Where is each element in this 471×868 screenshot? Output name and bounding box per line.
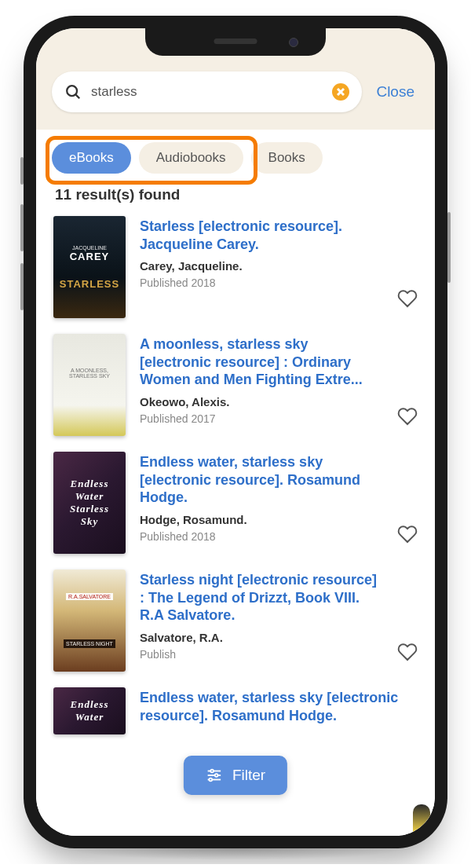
- heart-icon: [397, 524, 418, 544]
- result-title[interactable]: Endless water, starless sky [electronic …: [140, 453, 383, 507]
- book-cover: Endless Water: [53, 687, 126, 734]
- result-author: Hodge, Rosamund.: [140, 513, 383, 526]
- heart-icon: [397, 406, 418, 427]
- book-cover: R.A.SALVATORE STARLESS NIGHT: [53, 570, 126, 672]
- result-author: Okeowo, Alexis.: [140, 395, 383, 408]
- heart-icon: [397, 642, 418, 662]
- svg-point-7: [215, 774, 218, 777]
- result-title[interactable]: Starless night [electronic resource] : T…: [140, 571, 383, 624]
- filter-button[interactable]: Filter: [184, 756, 287, 795]
- phone-mockup: starless Close eBooks Audiobooks B: [24, 16, 447, 848]
- close-icon: [337, 88, 345, 96]
- results-count: 11 result(s) found: [36, 178, 435, 208]
- favorite-button[interactable]: [397, 359, 418, 430]
- heart-icon: [397, 288, 418, 309]
- result-title[interactable]: Starless [electronic resource]. Jacqueli…: [140, 218, 383, 253]
- favorite-button[interactable]: [397, 477, 418, 548]
- app-screen: starless Close eBooks Audiobooks B: [36, 28, 435, 836]
- svg-point-0: [67, 86, 77, 96]
- search-bar[interactable]: starless: [52, 71, 362, 112]
- result-item[interactable]: R.A.SALVATORE STARLESS NIGHT Starless ni…: [36, 562, 435, 679]
- result-published: Publish: [140, 648, 383, 661]
- filter-icon: [206, 767, 223, 784]
- results-list[interactable]: JACQUELINE CAREY STARLESS Starless [elec…: [36, 208, 435, 734]
- result-published: Published 2017: [140, 412, 383, 425]
- result-published: Published 2018: [140, 530, 383, 543]
- search-icon: [64, 83, 82, 101]
- book-cover: A MOONLESS, STARLESS SKY: [53, 334, 126, 436]
- svg-line-1: [76, 95, 80, 99]
- format-tabs: eBooks Audiobooks Books: [52, 142, 419, 174]
- search-query-text: starless: [91, 84, 332, 100]
- favorite-button[interactable]: [397, 595, 418, 665]
- result-item[interactable]: Endless Water Endless water, starless sk…: [36, 679, 435, 734]
- result-item[interactable]: Endless Water Starless Sky Endless water…: [36, 444, 435, 562]
- tab-ebooks[interactable]: eBooks: [52, 142, 131, 174]
- result-published: Published 2018: [140, 277, 383, 289]
- result-title[interactable]: A moonless, starless sky [electronic res…: [140, 335, 383, 389]
- content-area: eBooks Audiobooks Books 11 result(s) fou…: [36, 130, 435, 836]
- phone-notch: [145, 28, 326, 56]
- book-cover: Endless Water Starless Sky: [53, 452, 126, 554]
- filter-label: Filter: [232, 767, 265, 784]
- result-author: Salvatore, R.A.: [140, 631, 383, 644]
- close-search-link[interactable]: Close: [376, 83, 419, 101]
- svg-point-9: [209, 778, 212, 782]
- clear-search-button[interactable]: [332, 83, 349, 101]
- result-item[interactable]: A MOONLESS, STARLESS SKY A moonless, sta…: [36, 326, 435, 444]
- result-title[interactable]: Endless water, starless sky [electronic …: [140, 689, 418, 724]
- tab-audiobooks[interactable]: Audiobooks: [139, 142, 243, 174]
- tab-books[interactable]: Books: [251, 142, 323, 174]
- result-author: Carey, Jacqueline.: [140, 259, 383, 273]
- favorite-button[interactable]: [397, 241, 418, 312]
- result-item[interactable]: JACQUELINE CAREY STARLESS Starless [elec…: [36, 208, 435, 326]
- svg-point-5: [210, 770, 214, 773]
- book-cover: JACQUELINE CAREY STARLESS: [53, 216, 126, 318]
